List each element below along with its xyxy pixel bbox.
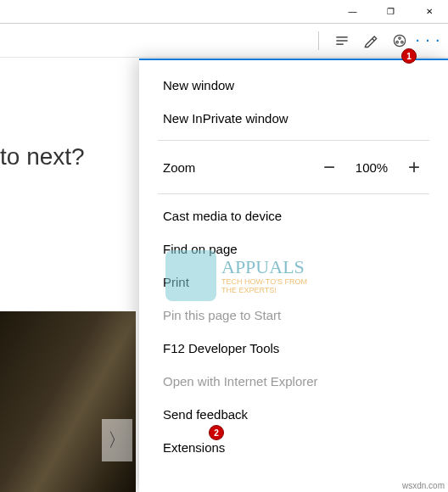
menu-separator — [158, 140, 429, 141]
page-headline-fragment: to next? — [0, 143, 85, 171]
reading-view-icon[interactable] — [328, 26, 356, 55]
menu-new-window[interactable]: New window — [139, 69, 448, 102]
menu-open-ie: Open with Internet Explorer — [139, 365, 448, 398]
more-actions-icon[interactable]: · · · — [414, 26, 443, 55]
source-watermark: wsxdn.com — [402, 481, 445, 490]
zoom-in-button[interactable]: + — [399, 154, 429, 180]
close-button[interactable]: ✕ — [410, 0, 448, 24]
menu-extensions-label: Extensions — [163, 440, 225, 455]
svg-line-3 — [372, 38, 375, 41]
more-actions-menu: New window New InPrivate window Zoom − 1… — [139, 59, 448, 492]
menu-print[interactable]: Print — [139, 266, 448, 299]
toolbar-separator — [318, 31, 319, 50]
menu-extensions[interactable]: Extensions 2 — [139, 431, 249, 464]
svg-point-5 — [399, 36, 401, 39]
svg-point-7 — [401, 41, 404, 43]
annotation-badge-1: 1 — [401, 48, 417, 64]
browser-toolbar: · · · — [0, 24, 448, 58]
menu-dev-tools[interactable]: F12 Developer Tools — [139, 332, 448, 365]
svg-point-6 — [396, 41, 399, 43]
carousel-next-button[interactable]: 〉 — [102, 419, 132, 461]
menu-separator — [158, 193, 429, 194]
zoom-value: 100% — [351, 160, 392, 175]
news-thumbnail[interactable] — [0, 311, 136, 492]
menu-zoom-row: Zoom − 100% + — [139, 146, 448, 188]
menu-send-feedback[interactable]: Send feedback — [139, 398, 448, 431]
menu-find-on-page[interactable]: Find on page — [139, 232, 448, 266]
zoom-label: Zoom — [163, 160, 314, 175]
annotation-badge-2: 2 — [209, 425, 224, 440]
maximize-button[interactable]: ❐ — [372, 0, 410, 24]
minimize-button[interactable]: — — [333, 0, 372, 24]
menu-cast-media[interactable]: Cast media to device — [139, 199, 448, 232]
zoom-out-button[interactable]: − — [314, 154, 344, 180]
menu-pin-to-start: Pin this page to Start — [139, 299, 448, 332]
web-note-icon[interactable] — [356, 26, 385, 55]
chevron-right-icon: 〉 — [108, 428, 126, 453]
window-titlebar: — ❐ ✕ — [0, 0, 448, 24]
menu-new-inprivate[interactable]: New InPrivate window — [139, 102, 448, 135]
